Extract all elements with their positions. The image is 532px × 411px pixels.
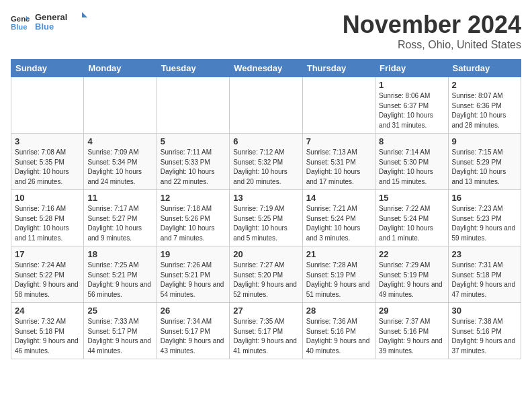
day-number: 7 (306, 136, 371, 146)
day-info: Sunrise: 7:17 AM Sunset: 5:27 PM Dayligh… (87, 204, 152, 243)
day-info: Sunrise: 7:19 AM Sunset: 5:25 PM Dayligh… (233, 204, 298, 243)
day-info: Sunrise: 7:14 AM Sunset: 5:30 PM Dayligh… (379, 148, 444, 187)
day-info: Sunrise: 7:26 AM Sunset: 5:21 PM Dayligh… (161, 261, 226, 300)
calendar-cell: 27Sunrise: 7:35 AM Sunset: 5:17 PM Dayli… (230, 303, 302, 359)
day-info: Sunrise: 7:11 AM Sunset: 5:33 PM Dayligh… (161, 148, 226, 187)
svg-text:Blue: Blue (11, 23, 28, 31)
day-info: Sunrise: 7:36 AM Sunset: 5:16 PM Dayligh… (306, 317, 371, 356)
calendar-cell: 24Sunrise: 7:32 AM Sunset: 5:18 PM Dayli… (11, 303, 84, 359)
calendar-cell: 19Sunrise: 7:26 AM Sunset: 5:21 PM Dayli… (157, 246, 229, 303)
day-number: 11 (87, 193, 152, 203)
weekday-header-thursday: Thursday (302, 60, 375, 77)
calendar-cell: 20Sunrise: 7:27 AM Sunset: 5:20 PM Dayli… (230, 246, 302, 303)
location: Ross, Ohio, United States (343, 39, 521, 51)
calendar-cell: 25Sunrise: 7:33 AM Sunset: 5:17 PM Dayli… (84, 303, 157, 359)
calendar-cell: 1Sunrise: 8:06 AM Sunset: 6:37 PM Daylig… (375, 77, 448, 134)
day-number: 22 (379, 249, 444, 259)
svg-text:General: General (35, 12, 67, 22)
day-number: 8 (379, 136, 444, 146)
day-number: 14 (306, 193, 371, 203)
day-info: Sunrise: 7:31 AM Sunset: 5:18 PM Dayligh… (452, 261, 517, 300)
calendar-cell: 22Sunrise: 7:29 AM Sunset: 5:19 PM Dayli… (375, 246, 448, 303)
day-number: 4 (87, 136, 152, 146)
weekday-header-monday: Monday (84, 60, 157, 77)
calendar-cell: 9Sunrise: 7:15 AM Sunset: 5:29 PM Daylig… (448, 134, 521, 190)
weekday-header-row: SundayMondayTuesdayWednesdayThursdayFrid… (11, 60, 521, 77)
day-info: Sunrise: 7:24 AM Sunset: 5:22 PM Dayligh… (15, 261, 80, 300)
day-info: Sunrise: 7:38 AM Sunset: 5:16 PM Dayligh… (452, 317, 517, 356)
day-info: Sunrise: 7:21 AM Sunset: 5:24 PM Dayligh… (306, 204, 371, 243)
day-number: 26 (161, 306, 226, 316)
day-info: Sunrise: 7:13 AM Sunset: 5:31 PM Dayligh… (306, 148, 371, 187)
day-number: 30 (452, 306, 517, 316)
day-number: 15 (379, 193, 444, 203)
day-number: 23 (452, 249, 517, 259)
calendar-week-2: 3Sunrise: 7:08 AM Sunset: 5:35 PM Daylig… (11, 134, 521, 190)
day-number: 18 (87, 249, 152, 259)
calendar-cell: 29Sunrise: 7:37 AM Sunset: 5:16 PM Dayli… (375, 303, 448, 359)
day-number: 12 (161, 193, 226, 203)
day-number: 28 (306, 306, 371, 316)
day-number: 25 (87, 306, 152, 316)
calendar-cell (157, 77, 229, 134)
calendar-cell: 2Sunrise: 8:07 AM Sunset: 6:36 PM Daylig… (448, 77, 521, 134)
calendar-week-5: 24Sunrise: 7:32 AM Sunset: 5:18 PM Dayli… (11, 303, 521, 359)
calendar-cell: 5Sunrise: 7:11 AM Sunset: 5:33 PM Daylig… (157, 134, 229, 190)
calendar-week-3: 10Sunrise: 7:16 AM Sunset: 5:28 PM Dayli… (11, 190, 521, 246)
day-info: Sunrise: 7:12 AM Sunset: 5:32 PM Dayligh… (233, 148, 298, 187)
day-number: 13 (233, 193, 298, 203)
calendar-cell: 3Sunrise: 7:08 AM Sunset: 5:35 PM Daylig… (11, 134, 84, 190)
weekday-header-sunday: Sunday (11, 60, 84, 77)
calendar-cell: 7Sunrise: 7:13 AM Sunset: 5:31 PM Daylig… (302, 134, 375, 190)
day-info: Sunrise: 7:27 AM Sunset: 5:20 PM Dayligh… (233, 261, 298, 300)
calendar-cell (230, 77, 302, 134)
day-number: 21 (306, 249, 371, 259)
calendar-cell: 4Sunrise: 7:09 AM Sunset: 5:34 PM Daylig… (84, 134, 157, 190)
calendar-cell: 17Sunrise: 7:24 AM Sunset: 5:22 PM Dayli… (11, 246, 84, 303)
day-info: Sunrise: 7:33 AM Sunset: 5:17 PM Dayligh… (87, 317, 152, 356)
day-number: 20 (233, 249, 298, 259)
calendar-cell: 28Sunrise: 7:36 AM Sunset: 5:16 PM Dayli… (302, 303, 375, 359)
day-info: Sunrise: 7:25 AM Sunset: 5:21 PM Dayligh… (87, 261, 152, 300)
calendar-week-4: 17Sunrise: 7:24 AM Sunset: 5:22 PM Dayli… (11, 246, 521, 303)
day-number: 19 (161, 249, 226, 259)
day-info: Sunrise: 7:29 AM Sunset: 5:19 PM Dayligh… (379, 261, 444, 300)
weekday-header-wednesday: Wednesday (230, 60, 302, 77)
calendar-cell (11, 77, 84, 134)
calendar-week-1: 1Sunrise: 8:06 AM Sunset: 6:37 PM Daylig… (11, 77, 521, 134)
day-info: Sunrise: 7:09 AM Sunset: 5:34 PM Dayligh… (87, 148, 152, 187)
day-info: Sunrise: 8:06 AM Sunset: 6:37 PM Dayligh… (379, 91, 444, 130)
calendar-cell: 18Sunrise: 7:25 AM Sunset: 5:21 PM Dayli… (84, 246, 157, 303)
logo-svg: General Blue (35, 11, 89, 35)
calendar-table: SundayMondayTuesdayWednesdayThursdayFrid… (11, 59, 521, 359)
calendar-cell: 26Sunrise: 7:34 AM Sunset: 5:17 PM Dayli… (157, 303, 229, 359)
svg-marker-5 (82, 12, 87, 17)
calendar-cell: 10Sunrise: 7:16 AM Sunset: 5:28 PM Dayli… (11, 190, 84, 246)
calendar-cell (84, 77, 157, 134)
calendar-cell: 12Sunrise: 7:18 AM Sunset: 5:26 PM Dayli… (157, 190, 229, 246)
day-number: 17 (15, 249, 80, 259)
day-number: 6 (233, 136, 298, 146)
calendar-cell: 6Sunrise: 7:12 AM Sunset: 5:32 PM Daylig… (230, 134, 302, 190)
day-number: 2 (452, 80, 517, 90)
svg-text:Blue: Blue (35, 21, 54, 32)
calendar-cell: 14Sunrise: 7:21 AM Sunset: 5:24 PM Dayli… (302, 190, 375, 246)
day-number: 3 (15, 136, 80, 146)
day-info: Sunrise: 7:23 AM Sunset: 5:23 PM Dayligh… (452, 204, 517, 243)
day-info: Sunrise: 7:08 AM Sunset: 5:35 PM Dayligh… (15, 148, 80, 187)
day-info: Sunrise: 7:18 AM Sunset: 5:26 PM Dayligh… (161, 204, 226, 243)
weekday-header-friday: Friday (375, 60, 448, 77)
calendar-cell: 15Sunrise: 7:22 AM Sunset: 5:24 PM Dayli… (375, 190, 448, 246)
day-number: 29 (379, 306, 444, 316)
weekday-header-tuesday: Tuesday (157, 60, 229, 77)
day-number: 16 (452, 193, 517, 203)
day-info: Sunrise: 7:34 AM Sunset: 5:17 PM Dayligh… (161, 317, 226, 356)
day-number: 24 (15, 306, 80, 316)
day-info: Sunrise: 7:15 AM Sunset: 5:29 PM Dayligh… (452, 148, 517, 187)
calendar-cell: 8Sunrise: 7:14 AM Sunset: 5:30 PM Daylig… (375, 134, 448, 190)
logo-icon: General Blue (11, 13, 30, 32)
day-info: Sunrise: 7:28 AM Sunset: 5:19 PM Dayligh… (306, 261, 371, 300)
day-number: 1 (379, 80, 444, 90)
weekday-header-saturday: Saturday (448, 60, 521, 77)
day-number: 5 (161, 136, 226, 146)
